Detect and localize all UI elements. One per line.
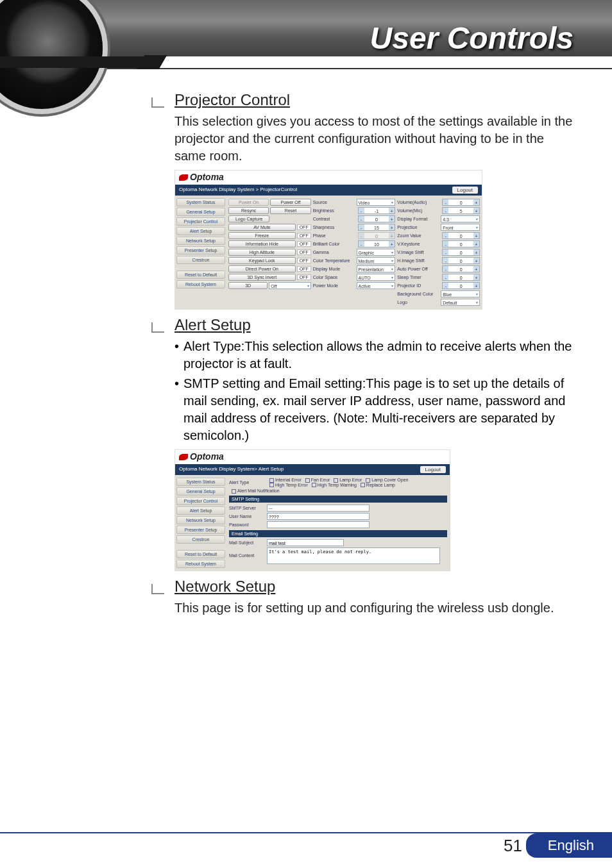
sidebar-item-crestron[interactable]: Crestron (176, 535, 225, 544)
disp-format-select[interactable]: 4:3▾ (441, 215, 480, 222)
mail-subject-input[interactable]: mail test (267, 539, 344, 546)
brand-logo: Optoma (175, 450, 450, 464)
color-temp-select[interactable]: Medium▾ (357, 257, 396, 264)
auto-power-off-label: Auto Power Off (397, 267, 441, 271)
sync-invert-state: OFF (297, 274, 311, 280)
breadcrumb: Optoma Network Display System> Alert Set… (179, 466, 284, 473)
sidebar-item-alert-setup[interactable]: Alert Setup (176, 227, 225, 235)
user-name-label: User Name (229, 514, 264, 519)
vol-audio-spinner[interactable]: -0+ (442, 199, 480, 206)
page-header: User Controls (0, 0, 612, 69)
sidebar-item-general-setup[interactable]: General Setup (176, 487, 225, 496)
checkbox-icon[interactable] (305, 478, 310, 483)
vshift-label: V.Image Shift (397, 250, 441, 255)
checkbox-icon[interactable] (334, 478, 338, 483)
checkbox-icon[interactable] (269, 483, 274, 487)
sidebar-item-system-status[interactable]: System Status (176, 478, 225, 486)
page-number: 51 (504, 836, 522, 856)
sidebar-item-network-setup[interactable]: Network Setup (176, 237, 225, 245)
vol-mic-spinner[interactable]: -5+ (442, 207, 480, 214)
sidebar: System Status General Setup Projector Co… (175, 196, 226, 309)
col-image: SourceVideo▾ Brightness--1+ Contrast-0+ … (313, 197, 396, 307)
reset-button[interactable]: Reset (270, 207, 310, 214)
display-mode-select[interactable]: Presentation▾ (357, 265, 396, 272)
sidebar-item-projector-control[interactable]: Projector Control (176, 217, 225, 226)
contrast-spinner[interactable]: -0+ (358, 215, 396, 222)
password-label: Password (229, 522, 264, 527)
chevron-down-icon: ▾ (391, 258, 393, 263)
sidebar-item-crestron[interactable]: Crestron (176, 256, 225, 264)
high-altitude-button[interactable]: High Altitude (228, 249, 296, 256)
sleep-timer-spinner[interactable]: -0+ (442, 274, 480, 281)
breadcrumb: Optoma Network Display System > Projecto… (179, 187, 297, 194)
sidebar-item-system-status[interactable]: System Status (176, 198, 225, 206)
power-mode-select[interactable]: Active▾ (357, 282, 396, 289)
direct-power-button[interactable]: Direct Power On (228, 265, 296, 272)
mail-content-textarea[interactable]: It's a test mail, please do not reply. (267, 547, 440, 564)
brightness-spinner[interactable]: --1+ (358, 207, 396, 214)
sharpness-spinner[interactable]: -15+ (358, 224, 396, 231)
logout-button[interactable]: Logout (420, 466, 446, 473)
sidebar-item-presenter-setup[interactable]: Presenter Setup (176, 526, 225, 534)
checkbox-icon[interactable] (269, 478, 274, 483)
checkbox-icon[interactable] (361, 483, 365, 487)
sync-invert-button[interactable]: 3D Sync Invert (228, 274, 296, 281)
power-off-button[interactable]: Power Off (270, 199, 310, 206)
chevron-down-icon: ▾ (391, 274, 393, 280)
logo-capture-button[interactable]: Logo Capture (228, 215, 269, 222)
projector-id-label: Projector ID (397, 283, 441, 288)
sidebar-item-reboot[interactable]: Reboot System (176, 560, 225, 568)
vshift-spinner[interactable]: -0+ (442, 249, 480, 256)
av-mute-state: OFF (297, 224, 311, 230)
sidebar-item-network-setup[interactable]: Network Setup (176, 516, 225, 524)
sleep-timer-label: Sleep Timer (397, 275, 441, 280)
brilliant-spinner[interactable]: -10+ (358, 240, 396, 247)
info-hide-button[interactable]: Information Hide (228, 240, 296, 247)
power-mode-label: Power Mode (313, 283, 355, 288)
auto-power-off-spinner[interactable]: -0+ (442, 265, 480, 272)
projector-control-screenshot: Optoma Optoma Network Display System > P… (174, 170, 482, 310)
network-setup-body: This page is for setting up and configur… (174, 599, 574, 617)
logout-button[interactable]: Logout (452, 187, 478, 194)
bg-color-select[interactable]: Blue▾ (441, 290, 480, 297)
keypad-lock-button[interactable]: Keypad Lock (228, 257, 296, 264)
three-d-button[interactable]: 3D (228, 282, 268, 289)
gamma-select[interactable]: Graphic▾ (357, 249, 396, 256)
keypad-lock-state: OFF (297, 258, 311, 263)
source-select[interactable]: Video▾ (357, 199, 396, 206)
sidebar-item-presenter-setup[interactable]: Presenter Setup (176, 246, 225, 255)
sidebar-item-reboot[interactable]: Reboot System (176, 280, 225, 288)
chevron-down-icon: ▾ (391, 199, 393, 205)
section-title-network-setup: Network Setup (174, 578, 580, 596)
bg-color-label: Background Color (397, 292, 439, 296)
password-input[interactable] (267, 521, 370, 528)
resync-button[interactable]: Resync (228, 207, 269, 214)
projector-id-spinner[interactable]: -0+ (442, 282, 480, 289)
smtp-server-input[interactable]: ··· (267, 505, 370, 512)
av-mute-button[interactable]: AV Mute (228, 224, 296, 231)
header-title: User Controls (370, 21, 574, 56)
three-d-select[interactable]: Off▾ (269, 282, 310, 289)
color-space-select[interactable]: AUTO▾ (357, 274, 396, 281)
checkbox-icon[interactable] (312, 483, 316, 487)
checkbox-icon[interactable] (366, 478, 370, 483)
sidebar-item-projector-control[interactable]: Projector Control (176, 497, 225, 505)
color-space-label: Color Space (313, 275, 355, 280)
alert-bullet-1: •Alert Type:This selection allows the ad… (174, 338, 574, 372)
sidebar-item-reset-default[interactable]: Reset to Default (176, 271, 225, 279)
vkeystone-spinner[interactable]: -0+ (442, 240, 480, 247)
sidebar-item-reset-default[interactable]: Reset to Default (176, 550, 225, 558)
sidebar-item-alert-setup[interactable]: Alert Setup (176, 506, 225, 515)
freeze-button[interactable]: Freeze (228, 232, 296, 239)
checkbox-icon[interactable] (232, 489, 236, 494)
mail-content-label: Mail Content (229, 553, 264, 558)
logo-select[interactable]: Default▾ (441, 299, 480, 306)
user-name-input[interactable]: ???? (267, 513, 370, 520)
col-system: Volume(Audio)-0+ Volume(Mic)-5+ Display … (397, 197, 480, 307)
chevron-down-icon: ▾ (476, 291, 478, 297)
sidebar-item-general-setup[interactable]: General Setup (176, 208, 225, 216)
hshift-spinner[interactable]: -0+ (442, 257, 480, 264)
power-on-button[interactable]: Power On (228, 199, 269, 206)
projection-select[interactable]: Front▾ (441, 224, 480, 231)
zoom-spinner[interactable]: -0+ (442, 232, 480, 239)
